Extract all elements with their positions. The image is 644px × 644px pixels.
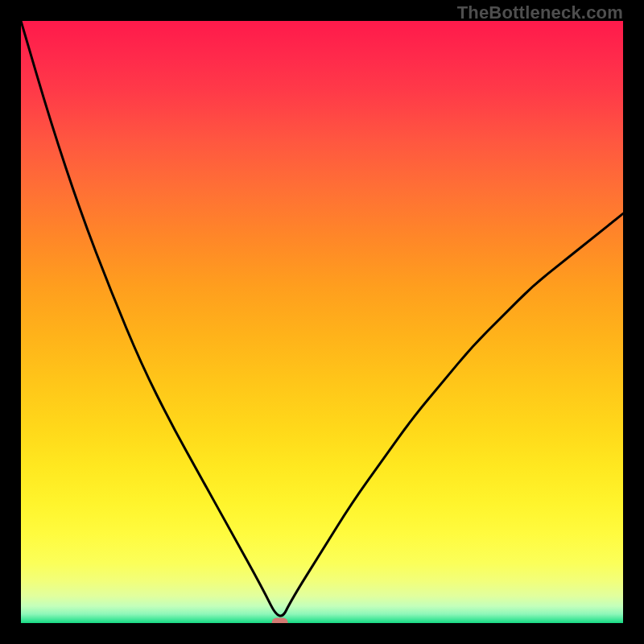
plot-area [21,21,623,623]
chart-background [21,21,623,623]
chart-svg [21,21,623,623]
min-marker [272,618,288,624]
chart-frame: TheBottleneck.com [0,0,644,644]
